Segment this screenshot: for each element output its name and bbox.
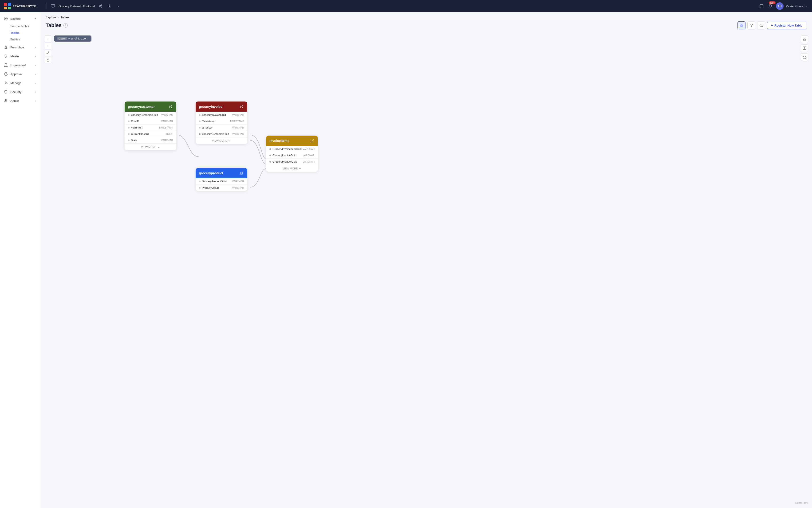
logo-icon	[4, 3, 11, 9]
svg-point-8	[99, 6, 100, 7]
topbar: FEATUREBYTE Grocery Dataset UI tutorial …	[0, 0, 812, 12]
grocerycustomer-view-more[interactable]: VIEW MORE	[125, 143, 176, 151]
table-row: GroceryProductGuid VARCHAR	[196, 178, 247, 185]
zoom-hint-text: + scroll to zoom	[68, 37, 88, 40]
table-card-groceryproduct: groceryproduct GroceryProductGuid VARCHA…	[196, 168, 247, 191]
lock-button[interactable]	[45, 57, 51, 63]
grid-view-button[interactable]	[737, 22, 745, 29]
ideate-label: Ideate	[10, 54, 33, 58]
canvas-controls-left: + −	[45, 36, 51, 63]
approve-chevron: ›	[35, 73, 36, 75]
table-row: ValidFrom TIMESTAMP	[125, 125, 176, 131]
help-icon[interactable]: ?	[64, 23, 68, 28]
user-name-button[interactable]: Xavier Conort	[786, 4, 808, 8]
invoiceitems-external-link[interactable]	[310, 138, 315, 143]
groceryinvoice-external-link[interactable]	[239, 104, 244, 109]
sidebar: Explore ▾ Source Tables Tables Entities …	[0, 12, 40, 508]
groceryproduct-title: groceryproduct	[199, 171, 223, 175]
sidebar-item-tables[interactable]: Tables	[10, 30, 40, 36]
svg-point-22	[5, 99, 6, 100]
manage-chevron: ›	[35, 82, 36, 84]
react-flow-label: React Flow	[795, 501, 808, 504]
table-row: RowID VARCHAR	[125, 118, 176, 125]
main-content: Explore > Tables Tables ? +	[40, 12, 812, 508]
sidebar-section-explore: Explore ▾ Source Tables Tables Entities	[0, 14, 40, 43]
message-button[interactable]	[758, 3, 765, 9]
zoom-in-button[interactable]: +	[45, 36, 51, 42]
svg-line-29	[762, 26, 763, 27]
dataset-title: Grocery Dataset UI tutorial	[58, 4, 95, 8]
table-row: ProductGroup VARCHAR	[196, 185, 247, 191]
sidebar-item-entities[interactable]: Entities	[10, 36, 40, 43]
invoiceitems-view-more[interactable]: VIEW MORE	[266, 165, 318, 172]
plus-icon: +	[771, 24, 773, 27]
shield-icon	[4, 90, 8, 94]
sidebar-item-experiment[interactable]: Experiment ›	[0, 60, 40, 70]
grocerycustomer-header: grocerycustomer	[125, 101, 176, 112]
register-new-table-button[interactable]: + Register New Table	[767, 22, 806, 29]
sidebar-item-admin[interactable]: Admin ›	[0, 96, 40, 105]
manage-label: Manage	[10, 81, 33, 85]
topbar-center: Grocery Dataset UI tutorial	[50, 3, 755, 9]
undo-button[interactable]	[801, 53, 808, 61]
admin-label: Admin	[10, 99, 33, 103]
search-button[interactable]	[757, 22, 765, 29]
table-card-grocerycustomer: grocerycustomer GroceryCustomerGuid VARC…	[125, 101, 176, 151]
topbar-divider	[46, 3, 47, 10]
table-card-invoiceitems: invoiceItems GroceryInvoiceItemGuid VARC…	[266, 136, 318, 172]
export-button[interactable]	[801, 44, 808, 52]
zoom-out-button[interactable]: −	[45, 43, 51, 49]
groceryinvoice-view-more[interactable]: VIEW MORE	[196, 137, 247, 144]
filter-button[interactable]	[747, 22, 755, 29]
sidebar-item-approve[interactable]: Approve ›	[0, 70, 40, 79]
sidebar-item-ideate[interactable]: Ideate ›	[0, 52, 40, 60]
invoiceitems-body: GroceryInvoiceItemGuid VARCHAR GroceryIn…	[266, 146, 318, 172]
formulate-chevron: ›	[35, 46, 36, 49]
fit-view-button[interactable]	[45, 50, 51, 56]
toolbar: + Register New Table	[737, 22, 806, 29]
svg-rect-4	[51, 4, 55, 7]
sidebar-item-manage[interactable]: Manage ›	[0, 79, 40, 87]
groceryinvoice-body: GroceryInvoiceGuid VARCHAR Timestamp TIM…	[196, 112, 247, 144]
option-key: Option	[57, 37, 67, 40]
svg-point-19	[5, 82, 6, 82]
app-layout: Explore ▾ Source Tables Tables Entities …	[0, 12, 812, 508]
explore-label: Explore	[10, 17, 32, 20]
explore-chevron: ▾	[35, 17, 36, 20]
sidebar-nav: Explore ▾ Source Tables Tables Entities …	[0, 12, 40, 508]
sidebar-item-explore[interactable]: Explore ▾	[0, 14, 40, 23]
svg-marker-27	[750, 24, 753, 27]
groceryproduct-external-link[interactable]	[239, 171, 244, 175]
svg-point-7	[101, 4, 102, 5]
page-title-area: Tables ?	[46, 22, 68, 29]
svg-line-41	[312, 139, 313, 141]
formulate-label: Formulate	[10, 46, 33, 49]
breadcrumb: Explore > Tables	[40, 12, 812, 20]
svg-rect-34	[805, 38, 806, 39]
logo-area: FEATUREBYTE	[4, 3, 44, 9]
chevron-down-icon[interactable]	[115, 3, 122, 9]
table-row: GroceryCustomerGuid VARCHAR	[125, 112, 176, 118]
svg-rect-35	[803, 39, 804, 41]
sidebar-item-source-tables[interactable]: Source Tables	[10, 23, 40, 30]
svg-rect-33	[803, 38, 804, 39]
settings-button[interactable]	[106, 3, 113, 9]
canvas-area: Option + scroll to zoom + −	[40, 32, 812, 508]
table-row: GroceryInvoiceGuid VARCHAR	[196, 112, 247, 118]
share-button[interactable]	[97, 3, 104, 9]
sidebar-item-formulate[interactable]: Formulate ›	[0, 43, 40, 52]
sidebar-item-security[interactable]: Security ›	[0, 87, 40, 96]
svg-rect-23	[740, 24, 741, 25]
admin-chevron: ›	[35, 99, 36, 102]
table-row: State VARCHAR	[125, 137, 176, 143]
breadcrumb-explore[interactable]: Explore	[46, 15, 56, 19]
grocerycustomer-external-link[interactable]	[168, 104, 173, 109]
grocerycustomer-title: grocerycustomer	[128, 105, 155, 109]
person-icon	[4, 99, 8, 103]
lightbulb-icon	[4, 54, 8, 58]
notification-button[interactable]: 999+	[767, 3, 774, 9]
svg-line-30	[48, 52, 49, 53]
layout-icon-button[interactable]	[801, 36, 808, 43]
experiment-chevron: ›	[35, 64, 36, 67]
table-row: GroceryInvoiceItemGuid VARCHAR	[266, 146, 318, 152]
